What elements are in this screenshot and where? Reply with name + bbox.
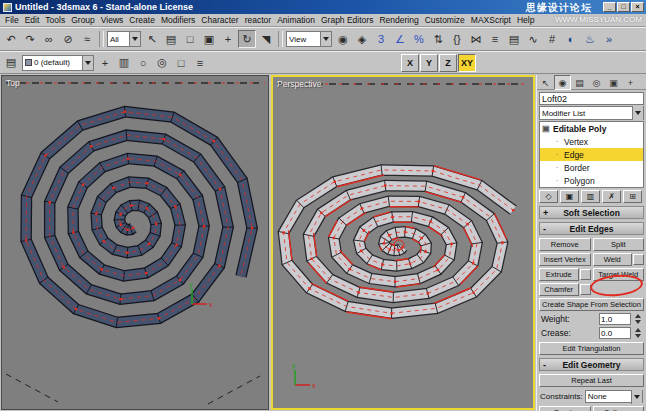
align-icon[interactable]: ≡: [486, 30, 504, 48]
modifier-list-dropdown[interactable]: Modifier List: [539, 106, 644, 120]
menu-item[interactable]: reactor: [242, 15, 274, 25]
freeze-layer-icon[interactable]: ◎: [153, 54, 171, 72]
weld-settings-button[interactable]: [633, 254, 644, 265]
hide-layer-icon[interactable]: ○: [134, 54, 152, 72]
chamfer-button[interactable]: Chamfer: [539, 283, 579, 296]
extrude-settings-button[interactable]: [580, 269, 591, 280]
menu-item[interactable]: File: [2, 15, 22, 25]
target-weld-button[interactable]: Target Weld: [593, 268, 645, 281]
undo-icon[interactable]: ↶: [2, 30, 20, 48]
viewport-perspective[interactable]: xy Perspective: [271, 75, 535, 410]
minimize-button[interactable]: _: [603, 2, 616, 12]
stack-item-vertex[interactable]: · Vertex: [540, 135, 643, 148]
use-pivot-center-icon[interactable]: ◉: [334, 30, 352, 48]
stack-item-border[interactable]: · Border: [540, 161, 643, 174]
reference-coordinate-dropdown[interactable]: View: [286, 31, 332, 47]
viewport-perspective-canvas[interactable]: xy: [273, 77, 532, 408]
constraints-dropdown[interactable]: None: [585, 390, 643, 403]
weld-button[interactable]: Weld: [593, 253, 633, 266]
menu-item[interactable]: Character: [198, 15, 241, 25]
snap-toggle-icon[interactable]: 3: [372, 30, 390, 48]
schematic-view-icon[interactable]: #: [543, 30, 561, 48]
unlink-selection-icon[interactable]: ⊘: [59, 30, 77, 48]
remove-button[interactable]: Remove: [539, 238, 591, 251]
weight-spinner[interactable]: [633, 314, 642, 324]
collapse-button[interactable]: Collapse: [593, 406, 645, 411]
axis-z-button[interactable]: Z: [439, 54, 457, 72]
rollout-soft-selection[interactable]: + Soft Selection: [539, 206, 644, 219]
viewport-top-canvas[interactable]: xy: [2, 76, 267, 409]
menu-item[interactable]: Rendering: [376, 15, 421, 25]
tab-utilities[interactable]: +: [622, 75, 639, 90]
viewport-top[interactable]: xy Top: [1, 75, 269, 410]
show-end-result-icon[interactable]: ▣: [560, 190, 579, 203]
split-button[interactable]: Split: [593, 238, 645, 251]
menu-item[interactable]: Tools: [42, 15, 68, 25]
menu-item[interactable]: Graph Editors: [318, 15, 376, 25]
material-editor-icon[interactable]: ◐: [562, 30, 580, 48]
stack-item-edge[interactable]: · Edge: [540, 148, 643, 161]
repeat-last-button[interactable]: Repeat Last: [539, 374, 644, 387]
axis-xy-button[interactable]: XY: [458, 54, 476, 72]
menu-item[interactable]: Animation: [274, 15, 318, 25]
axis-y-button[interactable]: Y: [420, 54, 438, 72]
tab-motion[interactable]: ◎: [588, 75, 605, 90]
render-scene-icon[interactable]: ♨: [581, 30, 599, 48]
tab-hierarchy[interactable]: ▤: [571, 75, 588, 90]
window-crossing-icon[interactable]: ▣: [200, 30, 218, 48]
layer-list-icon[interactable]: ▤: [2, 54, 20, 72]
quick-render-icon[interactable]: »: [600, 30, 618, 48]
select-by-name-icon[interactable]: ▤: [162, 30, 180, 48]
menu-item[interactable]: Help: [514, 15, 537, 25]
menu-item[interactable]: Customize: [422, 15, 468, 25]
viewport-perspective-label[interactable]: Perspective: [277, 79, 321, 89]
maximize-button[interactable]: □: [617, 2, 630, 12]
pin-stack-icon[interactable]: ◇: [539, 190, 558, 203]
set-current-layer-icon[interactable]: ≡: [191, 54, 209, 72]
select-and-link-icon[interactable]: ∞: [40, 30, 58, 48]
make-unique-icon[interactable]: ▥: [581, 190, 600, 203]
select-rotate-icon[interactable]: ↻: [238, 30, 256, 48]
edit-triangulation-button[interactable]: Edit Triangulation: [539, 342, 644, 355]
mirror-icon[interactable]: ⋈: [467, 30, 485, 48]
spinner-snap-icon[interactable]: ⇅: [429, 30, 447, 48]
stack-item-editable-poly[interactable]: ▣ Editable Poly: [540, 122, 643, 135]
crease-input[interactable]: [599, 327, 631, 339]
object-name-field[interactable]: Loft02: [539, 92, 644, 105]
create-button[interactable]: Create: [539, 406, 591, 411]
crease-spinner[interactable]: [633, 328, 642, 338]
extrude-button[interactable]: Extrude: [539, 268, 579, 281]
insert-vertex-button[interactable]: Insert Vertex: [539, 253, 591, 266]
menu-item[interactable]: Group: [68, 15, 98, 25]
menu-item[interactable]: MAXScript: [468, 15, 514, 25]
weight-input[interactable]: [599, 313, 631, 325]
angle-snap-icon[interactable]: ∠: [391, 30, 409, 48]
select-scale-icon[interactable]: ◥: [257, 30, 275, 48]
axis-x-button[interactable]: X: [401, 54, 419, 72]
viewport-top-label[interactable]: Top: [6, 78, 20, 88]
layer-manager-icon[interactable]: ▤: [505, 30, 523, 48]
select-move-icon[interactable]: +: [219, 30, 237, 48]
menu-item[interactable]: Create: [126, 15, 158, 25]
create-layer-icon[interactable]: +: [96, 54, 114, 72]
remove-modifier-icon[interactable]: ✗: [602, 190, 621, 203]
tab-modify[interactable]: ◉: [554, 75, 571, 90]
layer-properties-icon[interactable]: ▥: [115, 54, 133, 72]
select-object-icon[interactable]: ↖: [143, 30, 161, 48]
rollout-edit-edges[interactable]: - Edit Edges: [539, 222, 644, 235]
menu-item[interactable]: Views: [98, 15, 127, 25]
redo-icon[interactable]: ↷: [21, 30, 39, 48]
curve-editor-icon[interactable]: ∿: [524, 30, 542, 48]
menu-item[interactable]: Modifiers: [158, 15, 198, 25]
tab-create[interactable]: ↖: [537, 75, 554, 90]
stack-item-polygon[interactable]: · Polygon: [540, 174, 643, 187]
configure-modifier-sets-icon[interactable]: ⊞: [623, 190, 642, 203]
rollout-edit-geometry[interactable]: - Edit Geometry: [539, 358, 644, 371]
layer-dropdown[interactable]: 0 (default): [22, 55, 94, 71]
percent-snap-icon[interactable]: %: [410, 30, 428, 48]
close-button[interactable]: ×: [631, 2, 644, 12]
chamfer-settings-button[interactable]: [580, 284, 591, 295]
named-selection-sets-icon[interactable]: {}: [448, 30, 466, 48]
create-shape-from-selection-button[interactable]: Create Shape From Selection: [539, 298, 644, 311]
tab-display[interactable]: ▣: [605, 75, 622, 90]
